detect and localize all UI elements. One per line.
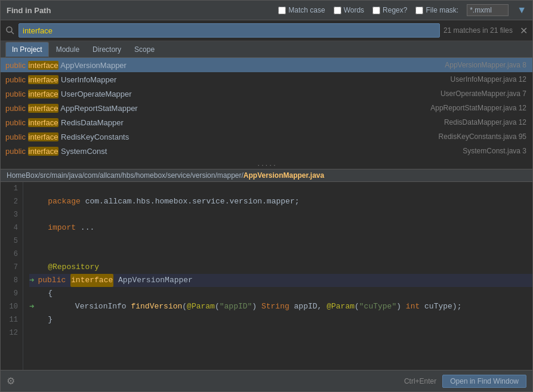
code-paren4: ( <box>355 300 359 313</box>
result-row[interactable]: public interface RedisDataMapper RedisDa… <box>1 115 532 129</box>
window-title: Find in Path <box>7 6 51 15</box>
code-line: ➜ VersionInfo findVersion ( @Param ( "ap… <box>29 300 532 313</box>
code-package: com.allcam.hbs.homebox.service.version.m… <box>85 195 300 208</box>
keyword-interface: interface <box>28 118 59 127</box>
regex-option[interactable]: Regex? <box>372 6 407 14</box>
code-paren3: ) <box>252 300 261 313</box>
class-name: RedisDataMapper <box>58 118 123 127</box>
bottom-right: Ctrl+Enter Open in Find Window <box>404 375 526 388</box>
line-num: 1 <box>5 182 18 195</box>
code-brace-close: } <box>29 313 53 326</box>
file-mask-checkbox[interactable] <box>415 7 423 14</box>
breakpoint-arrow: ➜ <box>29 300 34 313</box>
result-left: public interface AppVersionMapper <box>5 61 127 70</box>
keyword-public: public <box>5 132 28 141</box>
keyword-interface: interface <box>28 132 59 141</box>
result-row[interactable]: public interface UserOperateMapper UserO… <box>1 87 532 101</box>
filter-icon[interactable]: ▼ <box>517 5 526 16</box>
result-file: RedisDataMapper.java 12 <box>444 118 526 126</box>
code-import: import <box>29 221 81 234</box>
keyword-public: public <box>5 118 28 127</box>
gear-icon[interactable]: ⚙ <box>7 375 15 387</box>
line-num: 10 <box>5 300 18 313</box>
match-case-option[interactable]: Match case <box>278 6 325 14</box>
code-param2: cuType); <box>424 300 461 313</box>
regex-checkbox[interactable] <box>372 7 380 14</box>
code-keyword: public <box>38 274 70 287</box>
result-file: SystemConst.java 3 <box>463 147 526 155</box>
words-option[interactable]: Words <box>334 6 364 14</box>
match-case-checkbox[interactable] <box>278 7 286 14</box>
code-line: ➜ public interface AppVersionMapper <box>29 274 532 287</box>
results-list: public interface AppVersionMapper AppVer… <box>1 58 532 169</box>
result-file: AppReportStatMapper.java 12 <box>430 104 526 112</box>
keyword-interface: interface <box>28 104 59 113</box>
tab-module[interactable]: Module <box>50 42 85 57</box>
search-icon <box>5 26 15 35</box>
match-count: 21 matches in 21 files <box>443 26 513 35</box>
search-input[interactable] <box>19 23 440 38</box>
result-row[interactable]: public interface AppReportStatMapper App… <box>1 101 532 115</box>
file-mask-option[interactable]: File mask: <box>415 6 458 14</box>
scope-tabs: In Project Module Directory Scope <box>1 41 532 58</box>
code-param-ann: @Param <box>187 300 215 313</box>
code-line <box>29 326 532 339</box>
result-row[interactable]: public interface AppVersionMapper AppVer… <box>1 58 532 72</box>
class-name: SystemConst <box>58 147 107 156</box>
line-num: 5 <box>5 234 18 248</box>
file-mask-label: File mask: <box>426 6 458 14</box>
class-name: AppReportStatMapper <box>58 104 137 113</box>
result-row[interactable]: public interface RedisKeyConstants Redis… <box>1 129 532 144</box>
line-num: 2 <box>5 195 18 208</box>
bottom-bar: ⚙ Ctrl+Enter Open in Find Window <box>1 370 532 391</box>
code-param: appID, <box>294 300 327 313</box>
regex-label: Regex? <box>383 6 407 14</box>
tab-scope[interactable]: Scope <box>128 42 161 57</box>
line-num: 9 <box>5 287 18 300</box>
clear-icon[interactable]: ✕ <box>520 25 528 36</box>
tab-directory[interactable]: Directory <box>87 42 127 57</box>
keyword-interface: interface <box>28 89 59 98</box>
result-row[interactable]: public interface UserInfoMapper UserInfo… <box>1 72 532 87</box>
code-type: VersionInfo <box>38 300 131 313</box>
keyword-public: public <box>5 61 28 70</box>
code-line <box>29 182 532 195</box>
code-paren: ( <box>182 300 187 313</box>
open-find-window-button[interactable]: Open in Find Window <box>442 375 526 388</box>
code-line <box>29 234 532 248</box>
tab-in-project[interactable]: In Project <box>5 42 49 57</box>
code-param-ann2: @Param <box>326 300 355 313</box>
code-dots: ... <box>81 221 94 234</box>
keyword-interface: interface <box>28 61 59 70</box>
words-checkbox[interactable] <box>334 7 341 14</box>
line-num: 8 <box>5 274 18 287</box>
search-bar: 21 matches in 21 files ✕ <box>1 20 532 41</box>
code-keyword: package <box>29 195 85 208</box>
code-line: { <box>29 287 532 300</box>
class-name: RedisKeyConstants <box>58 132 129 141</box>
line-num: 7 <box>5 261 18 274</box>
breakpoint-arrow: ➜ <box>29 274 34 287</box>
class-name: AppVersionMapper <box>58 61 126 70</box>
code-keyword2: int <box>406 300 424 313</box>
svg-line-1 <box>11 32 14 34</box>
keyword-public: public <box>5 147 28 156</box>
keyword-interface: interface <box>28 147 59 156</box>
code-method: findVersion <box>131 300 182 313</box>
code-string: "appID" <box>220 300 252 313</box>
code-line: import ... <box>29 221 532 234</box>
result-row[interactable]: public interface SystemConst SystemConst… <box>1 144 532 158</box>
result-file: AppVersionMapper.java 8 <box>445 61 526 69</box>
file-mask-input[interactable] <box>467 4 509 16</box>
code-content: package com.allcam.hbs.homebox.service.v… <box>23 182 532 370</box>
code-line <box>29 248 532 261</box>
match-case-label: Match case <box>288 6 325 14</box>
code-line: package com.allcam.hbs.homebox.service.v… <box>29 195 532 208</box>
line-num: 11 <box>5 313 18 326</box>
line-numbers: 1 2 3 4 5 6 7 8 9 10 11 12 <box>1 182 23 370</box>
keyword-public: public <box>5 75 28 84</box>
keyword-public: public <box>5 89 28 98</box>
code-paren5: ) <box>396 300 406 313</box>
code-brace: { <box>29 287 53 300</box>
keyword-public: public <box>5 104 28 113</box>
